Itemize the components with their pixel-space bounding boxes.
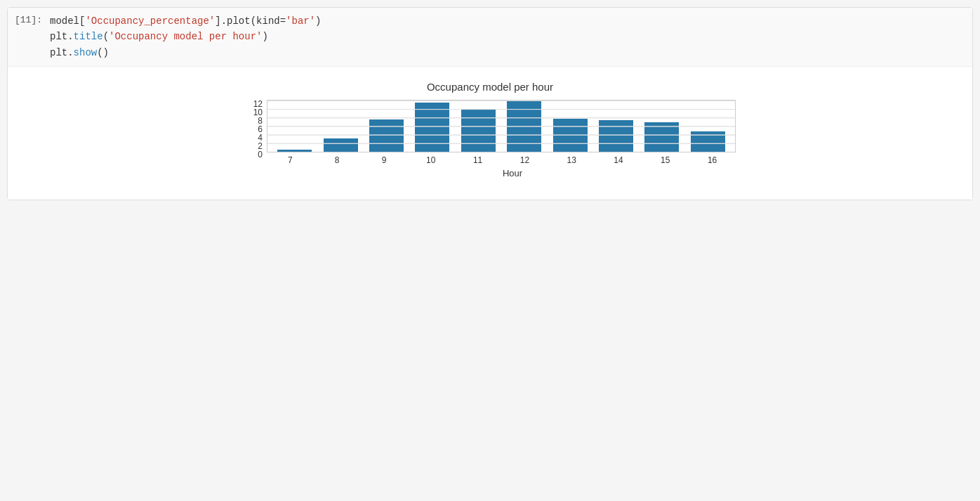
bar-group: [409, 100, 455, 152]
bar-group: [593, 100, 639, 152]
bar: [369, 119, 404, 152]
y-axis-label: 0: [258, 150, 263, 159]
x-axis-label: 10: [407, 155, 454, 165]
bar-group: [317, 100, 363, 152]
x-axis-label: 15: [642, 155, 689, 165]
cell-input: [11]: model['Occupancy_percentage'].plot…: [8, 8, 972, 67]
bar: [415, 103, 449, 152]
cell-output: Occupancy model per hour 121086420 78910…: [8, 67, 972, 200]
bar: [644, 122, 679, 152]
bar: [277, 150, 312, 152]
x-axis-label: 16: [689, 155, 736, 165]
chart-inner: 78910111213141516 Hour: [267, 100, 736, 178]
x-labels: 78910111213141516: [267, 155, 736, 165]
bar-group: [456, 100, 501, 152]
bar-group: [547, 100, 592, 152]
chart-container: Occupancy model per hour 121086420 78910…: [244, 81, 736, 178]
bar-group: [501, 100, 547, 152]
chart-area: 121086420 78910111213141516 Hour: [244, 100, 736, 178]
bar: [691, 131, 725, 152]
bar: [324, 138, 358, 152]
chart-title: Occupancy model per hour: [244, 81, 736, 93]
cell-label: [11]:: [15, 13, 50, 25]
bar: [553, 119, 588, 152]
x-axis: 78910111213141516: [267, 152, 736, 165]
bar: [461, 109, 496, 152]
x-axis-label: 12: [501, 155, 548, 165]
bar-group: [272, 100, 317, 152]
x-axis-title: Hour: [267, 168, 736, 178]
x-axis-label: 11: [454, 155, 501, 165]
x-axis-label: 9: [361, 155, 408, 165]
bars-area: [267, 100, 736, 152]
bar-group: [639, 100, 684, 152]
x-axis-label: 14: [595, 155, 642, 165]
x-axis-label: 8: [314, 155, 361, 165]
y-axis: 121086420: [244, 100, 267, 178]
x-axis-label: 7: [267, 155, 314, 165]
x-axis-label: 13: [548, 155, 595, 165]
bar-group: [685, 100, 731, 152]
bar: [507, 100, 541, 152]
notebook-cell: [11]: model['Occupancy_percentage'].plot…: [7, 7, 973, 200]
code-block: model['Occupancy_percentage'].plot(kind=…: [50, 13, 965, 60]
bar-group: [364, 100, 409, 152]
bar: [599, 120, 633, 152]
